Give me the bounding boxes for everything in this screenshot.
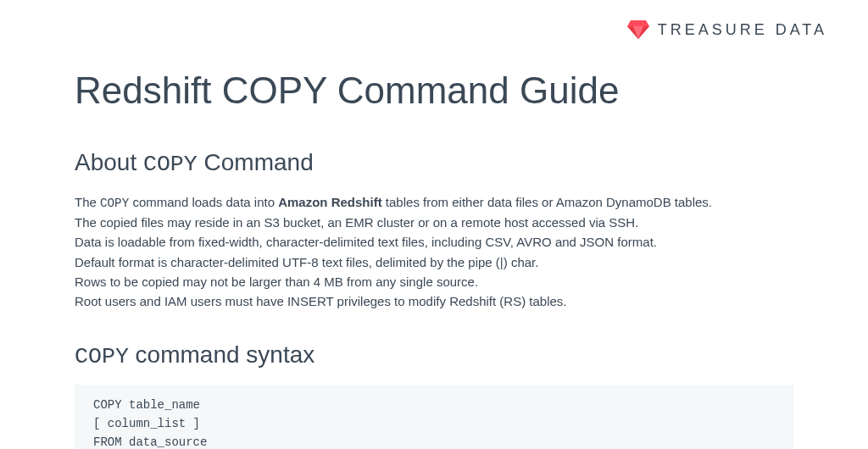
- heading-part: command syntax: [129, 341, 314, 368]
- page-title: Redshift COPY Command Guide: [75, 69, 793, 112]
- bold-text: Amazon Redshift: [278, 195, 382, 209]
- about-line: Rows to be copied may not be larger than…: [75, 272, 793, 291]
- about-line: The COPY command loads data into Amazon …: [75, 192, 793, 213]
- diamond-icon: [627, 20, 649, 39]
- about-line: Data is loadable from fixed-width, chara…: [75, 232, 793, 252]
- heading-code: COPY: [143, 152, 198, 177]
- about-line: Default format is character-delimited UT…: [75, 252, 793, 272]
- about-body: The COPY command loads data into Amazon …: [75, 192, 793, 311]
- page-header: TREASURE DATA: [0, 0, 868, 49]
- about-line: Root users and IAM users must have INSER…: [75, 291, 793, 311]
- heading-part: About: [75, 149, 143, 175]
- about-line: The copied files may reside in an S3 buc…: [75, 213, 793, 232]
- code-block: COPY table_name [ column_list ] FROM dat…: [75, 385, 793, 449]
- syntax-heading: COPY command syntax: [75, 341, 793, 369]
- heading-code: COPY: [75, 344, 129, 369]
- content-area: Redshift COPY Command Guide About COPY C…: [0, 49, 868, 449]
- syntax-section: COPY command syntax COPY table_name [ co…: [75, 341, 793, 449]
- brand-name: TREASURE DATA: [658, 21, 827, 39]
- about-section: About COPY Command The COPY command load…: [75, 149, 793, 311]
- inline-code: COPY: [100, 197, 129, 210]
- heading-part: Command: [198, 149, 314, 175]
- about-heading: About COPY Command: [75, 149, 793, 177]
- brand-logo[interactable]: TREASURE DATA: [627, 20, 827, 39]
